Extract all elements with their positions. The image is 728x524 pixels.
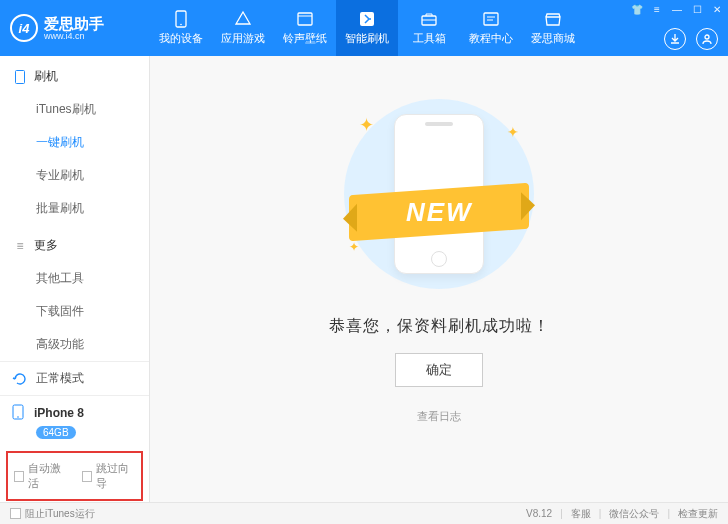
svg-point-6 bbox=[705, 35, 709, 39]
svg-point-1 bbox=[180, 24, 182, 26]
user-icon[interactable] bbox=[696, 28, 718, 50]
tutorial-icon bbox=[481, 10, 501, 28]
close-icon[interactable]: ✕ bbox=[710, 2, 724, 16]
nav-label: 我的设备 bbox=[159, 31, 203, 46]
phone-icon bbox=[171, 10, 191, 28]
wechat-link[interactable]: 微信公众号 bbox=[609, 507, 659, 521]
storage-badge: 64GB bbox=[36, 426, 76, 439]
sidebar-item[interactable]: 专业刷机 bbox=[0, 159, 149, 192]
nav-music[interactable]: 铃声壁纸 bbox=[274, 0, 336, 56]
shop-icon bbox=[543, 10, 563, 28]
view-log-link[interactable]: 查看日志 bbox=[417, 409, 461, 424]
sidebar-item[interactable]: 一键刷机 bbox=[0, 126, 149, 159]
sidebar-item[interactable]: 其他工具 bbox=[0, 262, 149, 295]
support-link[interactable]: 客服 bbox=[571, 507, 591, 521]
footer-bar: 阻止iTunes运行 V8.12| 客服| 微信公众号| 检查更新 bbox=[0, 502, 728, 524]
phone-icon bbox=[12, 404, 26, 422]
sparkle-icon: ✦ bbox=[507, 124, 519, 140]
options-box: 自动激活 跳过向导 bbox=[6, 451, 143, 501]
update-link[interactable]: 检查更新 bbox=[678, 507, 718, 521]
nav-label: 教程中心 bbox=[469, 31, 513, 46]
more-icon: ≡ bbox=[14, 240, 26, 252]
auto-activate-checkbox[interactable]: 自动激活 bbox=[14, 461, 68, 491]
sidebar-section-more[interactable]: ≡ 更多 bbox=[0, 229, 149, 262]
version-label: V8.12 bbox=[526, 508, 552, 519]
skip-guide-checkbox[interactable]: 跳过向导 bbox=[82, 461, 136, 491]
music-icon bbox=[295, 10, 315, 28]
maximize-icon[interactable]: ☐ bbox=[690, 2, 704, 16]
sidebar-section-title: 更多 bbox=[34, 237, 58, 254]
main-panel: ✦ ✦ ✦ NEW 恭喜您，保资料刷机成功啦！ 确定 查看日志 bbox=[150, 56, 728, 502]
device-name: iPhone 8 bbox=[34, 406, 84, 420]
success-illustration: ✦ ✦ ✦ NEW bbox=[329, 94, 549, 294]
sidebar-item[interactable]: iTunes刷机 bbox=[0, 93, 149, 126]
svg-rect-3 bbox=[360, 12, 374, 26]
logo-block: i4 爱思助手 www.i4.cn bbox=[0, 14, 150, 42]
sidebar-item[interactable]: 下载固件 bbox=[0, 295, 149, 328]
sparkle-icon: ✦ bbox=[349, 240, 359, 254]
sidebar-item[interactable]: 批量刷机 bbox=[0, 192, 149, 225]
nav-phone[interactable]: 我的设备 bbox=[150, 0, 212, 56]
sparkle-icon: ✦ bbox=[359, 114, 374, 136]
brand-name: 爱思助手 bbox=[44, 16, 104, 31]
nav-apps[interactable]: 应用游戏 bbox=[212, 0, 274, 56]
menu-icon[interactable]: ≡ bbox=[650, 2, 664, 16]
download-icon[interactable] bbox=[664, 28, 686, 50]
block-itunes-checkbox[interactable]: 阻止iTunes运行 bbox=[10, 507, 95, 521]
nav-toolbox[interactable]: 工具箱 bbox=[398, 0, 460, 56]
toolbox-icon bbox=[419, 10, 439, 28]
nav-label: 工具箱 bbox=[413, 31, 446, 46]
sidebar-section-flash[interactable]: 刷机 bbox=[0, 60, 149, 93]
success-message: 恭喜您，保资料刷机成功啦！ bbox=[329, 316, 550, 337]
window-controls: 👕 ≡ — ☐ ✕ bbox=[630, 2, 724, 16]
apps-icon bbox=[233, 10, 253, 28]
device-icon bbox=[14, 71, 26, 83]
nav-label: 铃声壁纸 bbox=[283, 31, 327, 46]
nav-label: 爱思商城 bbox=[531, 31, 575, 46]
top-nav: 我的设备应用游戏铃声壁纸智能刷机工具箱教程中心爱思商城 bbox=[150, 0, 584, 56]
nav-flash[interactable]: 智能刷机 bbox=[336, 0, 398, 56]
sidebar: 刷机 iTunes刷机一键刷机专业刷机批量刷机 ≡ 更多 其他工具下载固件高级功… bbox=[0, 56, 150, 502]
header-bar: i4 爱思助手 www.i4.cn 我的设备应用游戏铃声壁纸智能刷机工具箱教程中… bbox=[0, 0, 728, 56]
sidebar-item[interactable]: 高级功能 bbox=[0, 328, 149, 361]
skin-icon[interactable]: 👕 bbox=[630, 2, 644, 16]
nav-label: 智能刷机 bbox=[345, 31, 389, 46]
flash-icon bbox=[357, 10, 377, 28]
nav-label: 应用游戏 bbox=[221, 31, 265, 46]
brand-url: www.i4.cn bbox=[44, 31, 104, 41]
sidebar-section-title: 刷机 bbox=[34, 68, 58, 85]
svg-rect-2 bbox=[298, 13, 312, 25]
device-row[interactable]: iPhone 8 64GB bbox=[0, 395, 149, 447]
mode-label: 正常模式 bbox=[36, 370, 84, 387]
minimize-icon[interactable]: — bbox=[670, 2, 684, 16]
svg-point-9 bbox=[17, 416, 19, 418]
nav-shop[interactable]: 爱思商城 bbox=[522, 0, 584, 56]
ok-button[interactable]: 确定 bbox=[395, 353, 483, 387]
svg-rect-5 bbox=[484, 13, 498, 25]
mode-row[interactable]: 正常模式 bbox=[0, 361, 149, 395]
nav-tutorial[interactable]: 教程中心 bbox=[460, 0, 522, 56]
svg-rect-7 bbox=[16, 70, 25, 83]
refresh-icon bbox=[12, 371, 28, 387]
logo-icon: i4 bbox=[10, 14, 38, 42]
